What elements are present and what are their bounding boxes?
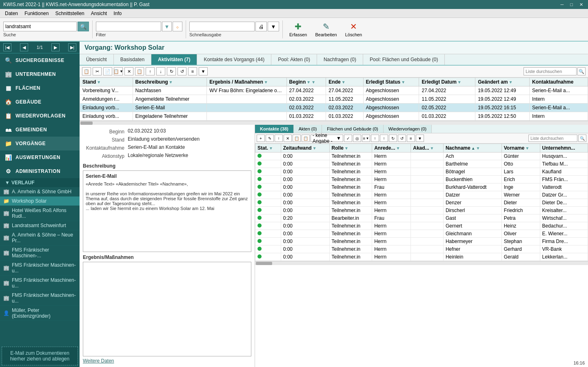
filter-input[interactable] bbox=[96, 22, 161, 31]
tab-basisdaten[interactable]: Basisdaten bbox=[114, 54, 151, 65]
c-btn-13[interactable]: ≡ bbox=[407, 135, 415, 142]
menu-schnittstellen[interactable]: Schnittstellen bbox=[52, 10, 87, 17]
verlauf-item-fms1[interactable]: 🏢 FMS Fränkischer Maschinen-... bbox=[0, 245, 80, 261]
tab-flachen[interactable]: Pool: Flächen und Gebäude (0) bbox=[363, 54, 445, 65]
contacts-tab-kontakte[interactable]: Kontakte (38) bbox=[255, 125, 294, 133]
act-btn-2[interactable]: ✂ bbox=[93, 67, 102, 75]
c-btn-6[interactable]: 📋 bbox=[302, 135, 310, 142]
act-btn-8[interactable]: ↓ bbox=[156, 67, 165, 75]
search-input[interactable] bbox=[3, 22, 77, 31]
erfassen-button[interactable]: ✚ Erfassen bbox=[286, 20, 310, 39]
table-row[interactable]: 0:00 Teilnehmer.in Herrn Bötnagel Lars K… bbox=[255, 168, 588, 176]
nav-last-button[interactable]: ▶| bbox=[68, 43, 76, 51]
sidebar-item-wiedervorlagen[interactable]: 📋 WIEDERVORLAGEN bbox=[0, 109, 80, 123]
nav-next-button[interactable]: ▶ bbox=[51, 43, 60, 51]
table-row[interactable]: 0:00 Teilnehmer.in Herrn Habermeyer Step… bbox=[255, 238, 588, 245]
schnell-print-button[interactable]: 🖨 bbox=[255, 22, 267, 31]
sidebar-item-vorgange[interactable]: 📁 VORGÄNGE bbox=[0, 137, 80, 150]
tab-akten[interactable]: Pool: Akten (0) bbox=[271, 54, 317, 65]
verlauf-item-fms3[interactable]: 🏢 FMS Fränkischer Maschinen- u... bbox=[0, 276, 80, 291]
tab-ubersicht[interactable]: Übersicht bbox=[80, 54, 114, 65]
sidebar-item-flachen[interactable]: ▦ FLÄCHEN bbox=[0, 81, 80, 95]
sidebar-item-suchergebnisse[interactable]: 🔍 SUCHERGEBNISSE bbox=[0, 53, 80, 67]
table-row[interactable]: 0:00 Teilnehmer.in Herrn Heinlein Gerald… bbox=[255, 253, 588, 261]
contacts-search-input[interactable] bbox=[528, 135, 577, 142]
verlauf-item-landratsamt[interactable]: 🏢 Landratsamt Schweinfurt bbox=[0, 221, 80, 230]
verlauf-item-fms2[interactable]: 🏢 FMS Fränkischer Maschinen- u... bbox=[0, 261, 80, 276]
menu-info[interactable]: Info bbox=[110, 10, 125, 17]
table-row[interactable]: Einladung vorb... Eingeladene Teilnehmer… bbox=[80, 112, 588, 121]
table-row[interactable]: 0:20 Bearbeiter.in Frau Gast Petra Wirts… bbox=[255, 214, 588, 222]
weitere-daten-link[interactable]: Weitere Daten bbox=[83, 358, 251, 364]
c-btn-dropdown2[interactable]: ▼ bbox=[416, 135, 424, 142]
act-btn-11[interactable]: ≡ bbox=[188, 67, 197, 75]
act-btn-1[interactable]: 📋 bbox=[82, 67, 91, 75]
verlauf-item-muller[interactable]: 👤 Müller, Peter (Existenzgründer) bbox=[0, 306, 80, 321]
c-btn-8[interactable]: ≡▼ bbox=[362, 135, 370, 142]
table-row[interactable]: 0:00 Teilnehmer.in Herrn Ach Günter Husq… bbox=[255, 153, 588, 160]
sidebar-item-auswertungen[interactable]: 📊 AUSWERTUNGEN bbox=[0, 150, 80, 164]
act-btn-5[interactable]: ✕ bbox=[124, 67, 133, 75]
sidebar-item-gebaude[interactable]: 🏠 GEBÄUDE bbox=[0, 95, 80, 109]
schnell-input[interactable] bbox=[189, 22, 255, 31]
table-row[interactable]: 0:00 Teilnehmer.in Herrn Barthelme Otto … bbox=[255, 160, 588, 168]
act-btn-10[interactable]: ↺ bbox=[178, 67, 186, 75]
c-btn-10[interactable]: ↑ bbox=[380, 135, 388, 142]
verlauf-item-workshop[interactable]: 📁 Workshop Solar bbox=[0, 197, 80, 206]
table-row[interactable]: Einladung vorb... Serien-E-Mail 02.03.20… bbox=[80, 104, 588, 112]
schnell-dropdown-button[interactable]: ▼ bbox=[268, 22, 279, 31]
verlauf-item-hotel[interactable]: 🏢 Hotel Weißes Roß Alfons Rudl... bbox=[0, 206, 80, 221]
filter-funnel-button[interactable]: ⬦ bbox=[173, 22, 182, 31]
act-btn-dropdown[interactable]: ▼ bbox=[199, 67, 208, 75]
contacts-dropdown[interactable]: - keine Angabe - ▼ bbox=[311, 135, 343, 142]
act-btn-4[interactable]: 📋▼ bbox=[114, 67, 123, 75]
c-btn-1[interactable]: + bbox=[257, 135, 265, 142]
tab-kontakte[interactable]: Kontakte des Vorgangs (44) bbox=[197, 54, 271, 65]
c-btn-9[interactable]: ↑ bbox=[371, 135, 379, 142]
menu-ansicht[interactable]: Ansicht bbox=[88, 10, 110, 17]
act-btn-6[interactable]: 📋 bbox=[135, 67, 144, 75]
c-btn-check[interactable]: ✓ bbox=[344, 135, 352, 142]
contacts-search-button[interactable]: 🔍 bbox=[578, 135, 586, 142]
bearbeiten-button[interactable]: ✎ Bearbeiten bbox=[312, 20, 340, 39]
table-row[interactable]: Anmeldungen r... Angemeldete Teilnehmer … bbox=[80, 95, 588, 104]
act-btn-7[interactable]: ↑ bbox=[146, 67, 155, 75]
sidebar-item-unternehmen[interactable]: 🏢 UNTERNEHMEN bbox=[0, 67, 80, 81]
contacts-tab-akten[interactable]: Akten (0) bbox=[294, 125, 322, 133]
maximize-button[interactable]: □ bbox=[568, 2, 575, 7]
minimize-button[interactable]: ─ bbox=[559, 2, 566, 7]
table-row[interactable]: 0:00 Teilnehmer.in Herrn Dirscherl Fried… bbox=[255, 207, 588, 214]
verlauf-item-fms4[interactable]: 🏢 FMS Fränkischer Maschinen- u... bbox=[0, 291, 80, 306]
tab-aktivitaten[interactable]: Aktivitäten (7) bbox=[151, 54, 197, 65]
c-btn-12[interactable]: ↺ bbox=[398, 135, 406, 142]
verlauf-item-amrhein2[interactable]: 🏢 A. Amrhein & Söhne – Neue Pr... bbox=[0, 230, 80, 245]
table-row[interactable]: 0:00 Teilnehmer.in Herrn Gernert Heinz B… bbox=[255, 222, 588, 230]
verlauf-item-amrhein[interactable]: 🏢 A. Amrhein & Söhne GmbH bbox=[0, 187, 80, 197]
table-row[interactable]: 0:00 Teilnehmer.in Frau Burkhard-Vattero… bbox=[255, 184, 588, 191]
table-row[interactable]: 0:00 Teilnehmer.in Herrn Denzer Dieter D… bbox=[255, 199, 588, 207]
filter-button[interactable]: ▼ bbox=[162, 22, 172, 31]
table-row[interactable]: Vorbereitung V... Nachfassen WV Frau Böh… bbox=[80, 86, 588, 95]
menu-funktionen[interactable]: Funktionen bbox=[21, 10, 52, 17]
table-row[interactable]: 0:00 Teilnehmer.in Herrn Gleichmann Oliv… bbox=[255, 230, 588, 238]
sidebar-item-administration[interactable]: ⚙ ADMINISTRATION bbox=[0, 164, 80, 178]
contacts-tab-wiedervorlagen[interactable]: Wiedervorlagen (0) bbox=[384, 125, 432, 133]
c-btn-5[interactable]: 📋 bbox=[293, 135, 301, 142]
c-btn-2[interactable]: ✎ bbox=[266, 135, 274, 142]
close-button[interactable]: ✕ bbox=[578, 2, 585, 7]
email-drop-zone[interactable]: E-Mail zum Dokumentieren hierher ziehen … bbox=[2, 347, 78, 365]
c-btn-11[interactable]: ↻ bbox=[389, 135, 397, 142]
table-row[interactable]: 0:00 Teilnehmer.in Herrn Buckenthien Eri… bbox=[255, 176, 588, 184]
nav-prev-button[interactable]: ◀ bbox=[20, 43, 28, 51]
sidebar-item-gemeinden[interactable]: 🏘 GEMEINDEN bbox=[0, 123, 80, 137]
act-search-button[interactable]: 🔍 bbox=[577, 67, 586, 75]
c-btn-4[interactable]: ✕ bbox=[284, 135, 292, 142]
act-search-input[interactable] bbox=[524, 67, 577, 75]
menu-daten[interactable]: Daten bbox=[2, 10, 21, 17]
loschen-button[interactable]: ✕ Löschen bbox=[342, 20, 366, 39]
c-btn-3[interactable]: ↑ bbox=[275, 135, 283, 142]
nav-first-button[interactable]: |◀ bbox=[3, 43, 11, 51]
tab-nachfragen[interactable]: Nachfragen (0) bbox=[317, 54, 363, 65]
table-row[interactable]: 0:00 Teilnehmer.in Herrn Hefner Gerhard … bbox=[255, 245, 588, 253]
contacts-scrollbar[interactable] bbox=[255, 261, 588, 265]
